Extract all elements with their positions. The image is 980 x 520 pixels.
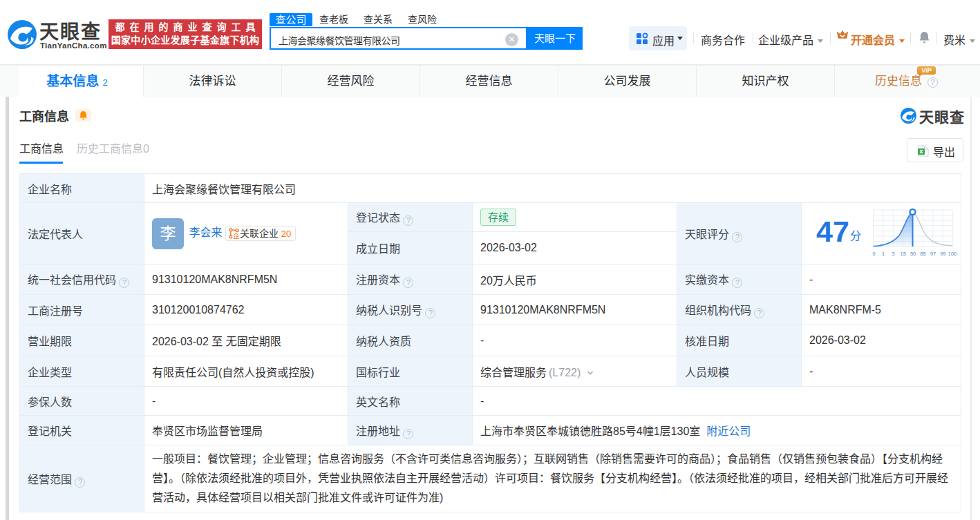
svg-text:50: 50	[910, 251, 916, 257]
svg-text:100: 100	[948, 251, 957, 257]
svg-text:99: 99	[940, 251, 945, 257]
svg-text:企: 企	[233, 232, 240, 240]
svg-text:97: 97	[930, 251, 936, 257]
svg-text:85: 85	[920, 251, 925, 257]
svg-text:3: 3	[892, 251, 894, 257]
svg-text:15: 15	[901, 251, 906, 257]
svg-text:0: 0	[872, 251, 875, 257]
svg-text:1: 1	[882, 251, 885, 257]
